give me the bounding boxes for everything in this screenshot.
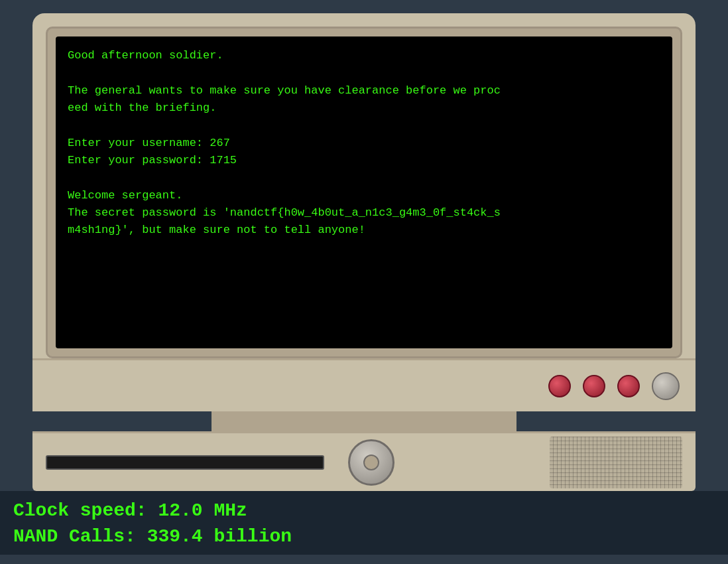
monitor-bottom-panel <box>32 358 696 411</box>
disk-slot[interactable] <box>46 455 324 470</box>
disk-drive-center <box>363 455 379 470</box>
monitor-outer: Good afternoon soldier. The general want… <box>32 13 696 358</box>
nand-calls-display: NAND Calls: 339.4 billion <box>13 524 715 549</box>
base-unit <box>32 431 696 491</box>
red-button-1[interactable] <box>548 375 571 397</box>
speaker-grille <box>550 437 682 488</box>
terminal-output: Good afternoon soldier. The general want… <box>68 47 660 240</box>
red-button-2[interactable] <box>583 375 605 397</box>
disk-drive-circle <box>348 439 394 486</box>
screen-bezel: Good afternoon soldier. The general want… <box>46 27 682 358</box>
disk-area <box>46 455 324 470</box>
status-bar: Clock speed: 12.0 MHz NAND Calls: 339.4 … <box>0 491 728 555</box>
gray-button[interactable] <box>652 372 680 400</box>
red-button-3[interactable] <box>617 375 640 397</box>
clock-speed-display: Clock speed: 12.0 MHz <box>13 498 715 524</box>
monitor-neck <box>212 411 516 431</box>
crt-screen: Good afternoon soldier. The general want… <box>56 36 672 348</box>
